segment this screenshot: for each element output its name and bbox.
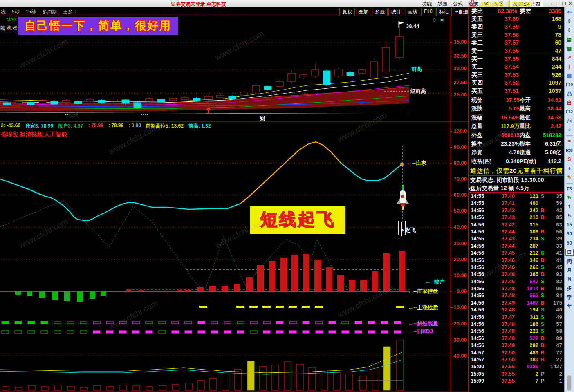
weibi-row: 委比82.38% 委差3386 bbox=[469, 7, 564, 15]
period-n-tab[interactable]: N bbox=[565, 276, 574, 283]
mark-circle-icon[interactable]: ○ bbox=[565, 126, 574, 133]
indicator-value: 前期高位5: 13.62 bbox=[146, 123, 184, 129]
period-year-tab[interactable]: 年 bbox=[565, 303, 574, 310]
f12-button[interactable]: F12 bbox=[565, 108, 574, 115]
period-multi-tab[interactable]: 多 bbox=[565, 285, 574, 292]
tick-row: 14:5637.43210B85 bbox=[469, 214, 564, 221]
period-week-tab[interactable]: 周 bbox=[565, 258, 574, 265]
toolbar-button-统计[interactable]: 统计 bbox=[388, 8, 404, 16]
formula-icon[interactable]: ƒx bbox=[565, 117, 574, 124]
indicator-chart[interactable] bbox=[0, 129, 450, 392]
info-row: 涨幅15.54%最低34.58 bbox=[471, 113, 561, 122]
tick-row: 14:5637.46547S82 bbox=[469, 278, 564, 285]
period-quick-2[interactable]: 15秒 bbox=[26, 9, 36, 16]
toolbar-button-叠加[interactable]: 叠加 bbox=[356, 8, 371, 16]
axis-label: -10.00 bbox=[452, 304, 467, 310]
market-flag: R1000 bbox=[469, 0, 476, 8]
scroll-up-icon[interactable]: ⇧ bbox=[565, 18, 574, 25]
rsi-button[interactable]: RSI bbox=[565, 147, 574, 154]
sell-queue: 卖五37.60168卖四37.599卖三37.5878卖二37.5760卖一37… bbox=[469, 15, 564, 55]
collapse-button[interactable]: ‹ bbox=[549, 1, 555, 7]
period-quick-3[interactable]: 多周期 bbox=[42, 9, 57, 16]
toolbar-button-多股[interactable]: 多股 bbox=[372, 8, 388, 16]
period-quarter-tab[interactable]: 季 bbox=[565, 294, 574, 301]
tick-row: 14:5637.45212S41 bbox=[469, 249, 564, 256]
tick-row: 14:5637.48365B93 bbox=[469, 271, 564, 278]
promo-banner[interactable]: 通达信，仅需20元查看千档行情 bbox=[469, 166, 564, 176]
custom-stock-icon[interactable]: 自 bbox=[565, 99, 574, 106]
period-5-tab[interactable]: 5 bbox=[565, 213, 574, 220]
menu-gongneng[interactable]: 功能 bbox=[422, 0, 432, 7]
period-day-tab[interactable]: 日 bbox=[565, 249, 574, 256]
axis-label: -20.00 bbox=[452, 320, 467, 327]
tick-row: 14:5637.481014B95 bbox=[469, 285, 564, 292]
period-month-tab[interactable]: 月 bbox=[565, 267, 574, 274]
wave-indicator-icon[interactable]: ≈ bbox=[565, 138, 574, 145]
news-icon[interactable]: ▥ bbox=[565, 72, 574, 79]
axis-label: 90.00 bbox=[453, 144, 467, 150]
close-button[interactable]: ✕ bbox=[567, 1, 573, 7]
kline-chart-icon[interactable]: ∥ bbox=[565, 63, 574, 70]
period-1-tab[interactable]: 1 bbox=[565, 204, 574, 211]
tick-list[interactable]: 14:5537.40121S3514:5537.414605914:5637.4… bbox=[469, 193, 564, 392]
report-icon[interactable]: ▤ bbox=[565, 36, 574, 43]
tick-row: 14:5637.46266S45 bbox=[469, 264, 564, 271]
afterhours-volume: 盘后交易量 12 额 4.5万 bbox=[469, 184, 564, 193]
period-quick-1[interactable]: 5秒 bbox=[12, 9, 20, 16]
restore-button[interactable]: ❐ bbox=[561, 1, 567, 7]
concept-text-indicator: 拟现实 超清视频 人工智能 bbox=[1, 131, 67, 138]
tick-row: 14:5637.46346B41 bbox=[469, 257, 564, 264]
split-pane-icon[interactable]: ▣ bbox=[439, 17, 444, 22]
period-quick-4[interactable]: 更多 〉 bbox=[63, 9, 79, 16]
period-60-tab[interactable]: 60 bbox=[565, 240, 574, 247]
mini-bars-icon[interactable] bbox=[469, 186, 475, 190]
indicator-line-label: ←--庄家 bbox=[407, 159, 426, 167]
duanqiangao-label: 短前高 bbox=[410, 87, 426, 95]
period-30-tab[interactable]: 30 bbox=[565, 231, 574, 237]
move-icon[interactable]: + bbox=[565, 165, 574, 172]
scroll-down-icon[interactable]: ⇩ bbox=[565, 27, 574, 34]
tick-row: 15:0037.5593851427 bbox=[469, 363, 564, 370]
info-row: 总量117.9万量比2.42 bbox=[471, 122, 561, 130]
indicator-value: 2: -43.60 bbox=[1, 123, 20, 129]
sell-row: 卖一37.5647 bbox=[469, 47, 564, 55]
menu-banmian[interactable]: 版面 bbox=[437, 0, 447, 7]
toolbar-button-画线[interactable]: 画线 bbox=[405, 8, 420, 16]
minimize-button[interactable]: − bbox=[555, 1, 561, 7]
indicator-value: 前高: 1.32 bbox=[188, 123, 211, 129]
period-quick-0[interactable]: 线 bbox=[1, 9, 6, 16]
indicator-line-label: ←--上涨性质 bbox=[408, 304, 438, 311]
toolbar-button-F10[interactable]: F10 bbox=[421, 8, 435, 16]
draw-icon[interactable]: ✎ bbox=[565, 174, 574, 181]
info-row: 外盘660615内盘518282 bbox=[471, 131, 561, 139]
refresh-icon[interactable]: ↻ bbox=[565, 195, 574, 202]
buy-queue: 买一37.55844买二37.54244买三37.53526买四37.52109… bbox=[469, 55, 564, 95]
period-15-tab[interactable]: 15 bbox=[565, 222, 574, 228]
menu-gongshi[interactable]: 公式 bbox=[453, 0, 463, 7]
divider bbox=[566, 183, 573, 184]
tick-row: 15:0937.557P1 bbox=[469, 377, 564, 384]
indicator-line-label: ←--庄家控盘 bbox=[408, 288, 438, 295]
back-icon[interactable]: ⇦ bbox=[565, 9, 574, 16]
scrollbar-thumb[interactable] bbox=[567, 375, 571, 391]
diamond-icon[interactable]: ◇ bbox=[433, 17, 436, 22]
f5-button[interactable]: F5 bbox=[565, 186, 574, 193]
axis-label: 100.0 bbox=[453, 128, 467, 134]
trend-chart-icon[interactable]: ↗ bbox=[565, 54, 574, 61]
indicator-value: : 0.00 bbox=[128, 123, 141, 129]
tick-row: 15:0537.552P2 bbox=[469, 370, 564, 377]
high-price-flag-label: 38.44 bbox=[406, 23, 419, 29]
toolbar-button-复权[interactable]: 复权 bbox=[339, 8, 355, 16]
tick-row: 14:5537.4146059 bbox=[469, 199, 564, 206]
sector-tree-icon[interactable]: 品 bbox=[565, 90, 574, 97]
tick-row: 14:5637.47311S49 bbox=[469, 314, 564, 320]
money-icon[interactable]: S bbox=[565, 156, 574, 163]
tick-row: 14:5637.49522B89 bbox=[469, 335, 564, 342]
tick-row: 14:5737.50380B27 bbox=[469, 356, 564, 363]
axis-label: 60.00 bbox=[453, 192, 467, 198]
toolbar-button-标记[interactable]: 标记 bbox=[436, 8, 452, 16]
f10-button[interactable]: F10 bbox=[565, 81, 574, 88]
rocket-icon bbox=[395, 185, 410, 211]
quote-table-icon[interactable]: ▦ bbox=[565, 45, 574, 52]
price-axis: 35.0032.5030.0027.5025.00100.090.0080.00… bbox=[450, 16, 468, 392]
